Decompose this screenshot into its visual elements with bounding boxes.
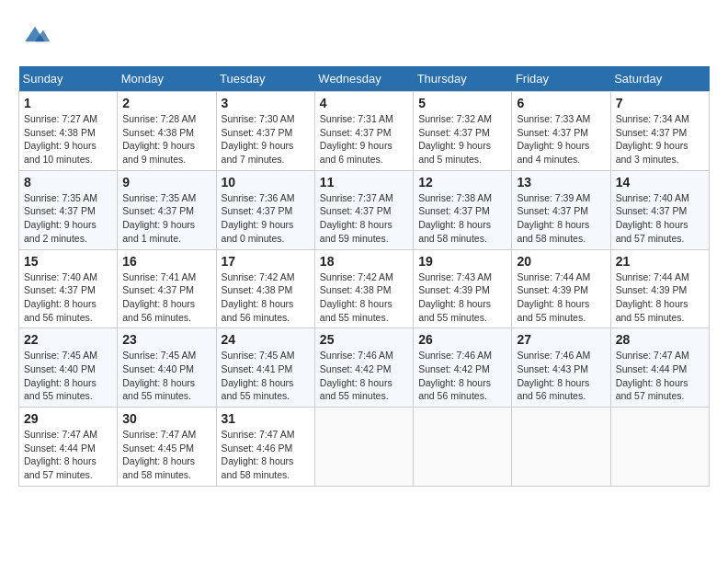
day-info: Sunrise: 7:32 AMSunset: 4:37 PMDaylight:… (418, 112, 506, 167)
day-number: 1 (24, 96, 112, 110)
calendar-cell: 13Sunrise: 7:39 AMSunset: 4:37 PMDayligh… (512, 170, 610, 249)
calendar-cell: 27Sunrise: 7:46 AMSunset: 4:43 PMDayligh… (512, 328, 610, 408)
weekday-header: Monday (118, 66, 216, 92)
day-info: Sunrise: 7:45 AMSunset: 4:40 PMDaylight:… (24, 349, 112, 403)
calendar-cell: 11Sunrise: 7:37 AMSunset: 4:37 PMDayligh… (314, 170, 413, 249)
day-info: Sunrise: 7:44 AMSunset: 4:39 PMDaylight:… (517, 270, 605, 325)
calendar-cell: 31Sunrise: 7:47 AMSunset: 4:46 PMDayligh… (216, 408, 314, 487)
day-info: Sunrise: 7:28 AMSunset: 4:38 PMDaylight:… (122, 112, 210, 167)
page-header (18, 18, 710, 52)
day-number: 30 (122, 411, 210, 426)
day-info: Sunrise: 7:36 AMSunset: 4:37 PMDaylight:… (222, 191, 310, 246)
day-number: 27 (517, 332, 605, 347)
day-info: Sunrise: 7:39 AMSunset: 4:37 PMDaylight:… (517, 191, 605, 246)
day-info: Sunrise: 7:46 AMSunset: 4:43 PMDaylight:… (517, 349, 605, 403)
calendar-cell: 22Sunrise: 7:45 AMSunset: 4:40 PMDayligh… (19, 328, 118, 408)
day-number: 12 (418, 175, 506, 190)
calendar-cell: 1Sunrise: 7:27 AMSunset: 4:38 PMDaylight… (19, 92, 118, 171)
day-number: 20 (517, 254, 605, 269)
day-number: 14 (616, 175, 704, 190)
day-info: Sunrise: 7:46 AMSunset: 4:42 PMDaylight:… (418, 349, 506, 403)
day-number: 2 (122, 96, 210, 110)
calendar-week-row: 29Sunrise: 7:47 AMSunset: 4:44 PMDayligh… (19, 408, 710, 487)
day-number: 11 (320, 175, 408, 190)
day-number: 8 (24, 175, 112, 190)
calendar-week-row: 1Sunrise: 7:27 AMSunset: 4:38 PMDaylight… (19, 92, 710, 171)
calendar-cell: 10Sunrise: 7:36 AMSunset: 4:37 PMDayligh… (216, 170, 314, 249)
weekday-header: Wednesday (314, 66, 413, 92)
day-number: 13 (517, 175, 605, 190)
day-number: 26 (418, 332, 506, 347)
day-number: 25 (320, 332, 408, 347)
calendar-cell: 17Sunrise: 7:42 AMSunset: 4:38 PMDayligh… (216, 249, 314, 328)
day-number: 17 (222, 254, 310, 269)
weekday-header: Sunday (19, 66, 118, 92)
calendar-cell: 18Sunrise: 7:42 AMSunset: 4:38 PMDayligh… (314, 249, 413, 328)
day-number: 9 (122, 175, 210, 190)
calendar-cell (512, 408, 610, 487)
calendar-cell: 16Sunrise: 7:41 AMSunset: 4:37 PMDayligh… (118, 249, 216, 328)
calendar-cell: 20Sunrise: 7:44 AMSunset: 4:39 PMDayligh… (512, 249, 610, 328)
day-number: 3 (222, 96, 310, 110)
day-number: 16 (122, 254, 210, 269)
day-number: 19 (418, 254, 506, 269)
calendar-cell: 9Sunrise: 7:35 AMSunset: 4:37 PMDaylight… (118, 170, 216, 249)
calendar-cell: 21Sunrise: 7:44 AMSunset: 4:39 PMDayligh… (610, 249, 709, 328)
calendar-week-row: 22Sunrise: 7:45 AMSunset: 4:40 PMDayligh… (19, 328, 710, 408)
calendar-week-row: 8Sunrise: 7:35 AMSunset: 4:37 PMDaylight… (19, 170, 710, 249)
calendar-cell: 28Sunrise: 7:47 AMSunset: 4:44 PMDayligh… (610, 328, 709, 408)
day-info: Sunrise: 7:40 AMSunset: 4:37 PMDaylight:… (24, 270, 112, 325)
logo-icon (18, 18, 51, 52)
day-info: Sunrise: 7:43 AMSunset: 4:39 PMDaylight:… (418, 270, 506, 325)
weekday-header: Saturday (610, 66, 709, 92)
day-number: 10 (222, 175, 310, 190)
calendar-cell: 6Sunrise: 7:33 AMSunset: 4:37 PMDaylight… (512, 92, 610, 171)
calendar-week-row: 15Sunrise: 7:40 AMSunset: 4:37 PMDayligh… (19, 249, 710, 328)
day-info: Sunrise: 7:30 AMSunset: 4:37 PMDaylight:… (222, 112, 310, 167)
calendar-cell: 24Sunrise: 7:45 AMSunset: 4:41 PMDayligh… (216, 328, 314, 408)
weekday-header-row: SundayMondayTuesdayWednesdayThursdayFrid… (19, 66, 710, 92)
day-number: 5 (418, 96, 506, 110)
calendar-cell: 2Sunrise: 7:28 AMSunset: 4:38 PMDaylight… (118, 92, 216, 171)
calendar-cell (414, 408, 512, 487)
calendar-cell: 4Sunrise: 7:31 AMSunset: 4:37 PMDaylight… (314, 92, 413, 171)
calendar-table: SundayMondayTuesdayWednesdayThursdayFrid… (18, 66, 710, 487)
day-number: 23 (122, 332, 210, 347)
day-info: Sunrise: 7:33 AMSunset: 4:37 PMDaylight:… (517, 112, 605, 167)
day-info: Sunrise: 7:45 AMSunset: 4:41 PMDaylight:… (222, 349, 310, 403)
calendar-cell: 12Sunrise: 7:38 AMSunset: 4:37 PMDayligh… (414, 170, 512, 249)
day-info: Sunrise: 7:47 AMSunset: 4:44 PMDaylight:… (24, 428, 112, 482)
calendar-cell: 30Sunrise: 7:47 AMSunset: 4:45 PMDayligh… (118, 408, 216, 487)
day-info: Sunrise: 7:47 AMSunset: 4:46 PMDaylight:… (222, 428, 310, 482)
day-number: 21 (616, 254, 704, 269)
day-info: Sunrise: 7:37 AMSunset: 4:37 PMDaylight:… (320, 191, 408, 246)
calendar-cell: 19Sunrise: 7:43 AMSunset: 4:39 PMDayligh… (414, 249, 512, 328)
day-number: 15 (24, 254, 112, 269)
day-info: Sunrise: 7:46 AMSunset: 4:42 PMDaylight:… (320, 349, 408, 403)
calendar-cell: 14Sunrise: 7:40 AMSunset: 4:37 PMDayligh… (610, 170, 709, 249)
calendar-cell: 29Sunrise: 7:47 AMSunset: 4:44 PMDayligh… (19, 408, 118, 487)
calendar-cell (314, 408, 413, 487)
day-info: Sunrise: 7:45 AMSunset: 4:40 PMDaylight:… (122, 349, 210, 403)
day-info: Sunrise: 7:44 AMSunset: 4:39 PMDaylight:… (616, 270, 704, 325)
day-number: 7 (616, 96, 704, 110)
calendar-cell: 3Sunrise: 7:30 AMSunset: 4:37 PMDaylight… (216, 92, 314, 171)
day-info: Sunrise: 7:40 AMSunset: 4:37 PMDaylight:… (616, 191, 704, 246)
day-number: 24 (222, 332, 310, 347)
calendar-cell: 25Sunrise: 7:46 AMSunset: 4:42 PMDayligh… (314, 328, 413, 408)
day-info: Sunrise: 7:35 AMSunset: 4:37 PMDaylight:… (24, 191, 112, 246)
day-info: Sunrise: 7:31 AMSunset: 4:37 PMDaylight:… (320, 112, 408, 167)
day-info: Sunrise: 7:27 AMSunset: 4:38 PMDaylight:… (24, 112, 112, 167)
calendar-cell: 5Sunrise: 7:32 AMSunset: 4:37 PMDaylight… (414, 92, 512, 171)
weekday-header: Tuesday (216, 66, 314, 92)
calendar-cell: 7Sunrise: 7:34 AMSunset: 4:37 PMDaylight… (610, 92, 709, 171)
day-info: Sunrise: 7:34 AMSunset: 4:37 PMDaylight:… (616, 112, 704, 167)
day-number: 31 (222, 411, 310, 426)
calendar-cell: 23Sunrise: 7:45 AMSunset: 4:40 PMDayligh… (118, 328, 216, 408)
day-info: Sunrise: 7:47 AMSunset: 4:45 PMDaylight:… (122, 428, 210, 482)
day-info: Sunrise: 7:38 AMSunset: 4:37 PMDaylight:… (418, 191, 506, 246)
day-number: 6 (517, 96, 605, 110)
calendar-cell: 15Sunrise: 7:40 AMSunset: 4:37 PMDayligh… (19, 249, 118, 328)
day-info: Sunrise: 7:47 AMSunset: 4:44 PMDaylight:… (616, 349, 704, 403)
day-info: Sunrise: 7:42 AMSunset: 4:38 PMDaylight:… (320, 270, 408, 325)
